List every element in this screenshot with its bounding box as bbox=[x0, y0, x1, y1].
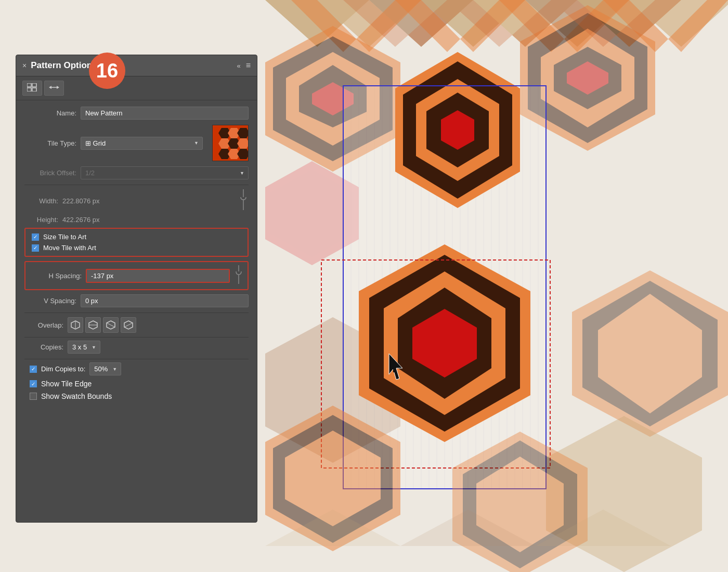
collapse-button[interactable]: « bbox=[237, 62, 240, 70]
v-spacing-row: V Spacing: bbox=[24, 294, 249, 307]
svg-rect-87 bbox=[32, 83, 36, 87]
h-spacing-section: H Spacing: bbox=[24, 261, 249, 290]
svg-marker-91 bbox=[49, 86, 51, 89]
svg-rect-86 bbox=[27, 83, 31, 87]
name-input[interactable] bbox=[81, 107, 249, 120]
copies-label: Copies: bbox=[24, 343, 63, 351]
h-spacing-input[interactable] bbox=[86, 269, 230, 283]
svg-rect-89 bbox=[32, 88, 36, 92]
tile-options-section: Size Tile to Art Move Tile with Art bbox=[24, 228, 249, 257]
dim-copies-select[interactable]: 50% 25% 75% bbox=[89, 362, 121, 375]
show-tile-edge-checkbox[interactable] bbox=[30, 380, 37, 387]
panel-header: × Pattern Options 16 « ≡ bbox=[16, 55, 257, 76]
v-spacing-input[interactable] bbox=[81, 294, 249, 307]
show-swatch-bounds-label: Show Swatch Bounds bbox=[41, 392, 112, 400]
move-tile-checkbox[interactable] bbox=[32, 244, 39, 252]
dim-copies-label: Dim Copies to: bbox=[41, 365, 85, 373]
close-button[interactable]: × bbox=[22, 61, 27, 70]
svg-line-112 bbox=[107, 323, 115, 327]
move-tile-label: Move Tile with Art bbox=[43, 244, 96, 252]
show-swatch-bounds-checkbox[interactable] bbox=[30, 393, 37, 400]
size-tile-checkbox[interactable] bbox=[32, 233, 39, 241]
svg-rect-88 bbox=[27, 88, 31, 92]
tile-preview bbox=[212, 125, 249, 161]
show-tile-edge-label: Show Tile Edge bbox=[41, 380, 92, 388]
move-tile-row: Move Tile with Art bbox=[32, 244, 241, 252]
divider-1 bbox=[24, 185, 249, 185]
dim-copies-row: Dim Copies to: 50% 25% 75% bbox=[24, 362, 249, 375]
brick-offset-row: Brick Offset: 1/2 bbox=[24, 166, 249, 179]
svg-line-114 bbox=[124, 323, 133, 327]
copies-row: Copies: 3 x 5 3 x 3 5 x 5 5 x 7 7 x 7 bbox=[24, 341, 249, 354]
overlap-row: Overlap: bbox=[24, 317, 249, 333]
panel-content: Name: Tile Type: ⊞ Grid Brick by Row Bri… bbox=[16, 100, 257, 522]
name-label: Name: bbox=[24, 109, 76, 117]
panel-toolbar bbox=[16, 76, 257, 100]
menu-button[interactable]: ≡ bbox=[246, 61, 251, 70]
overlap-label: Overlap: bbox=[24, 321, 63, 329]
width-label: Width: bbox=[24, 197, 58, 205]
tile-type-label: Tile Type: bbox=[24, 139, 76, 147]
svg-marker-92 bbox=[57, 86, 59, 89]
svg-rect-73 bbox=[393, 369, 396, 372]
h-spacing-label: H Spacing: bbox=[30, 272, 82, 280]
tile-type-select[interactable]: ⊞ Grid Brick by Row Brick by Column Hex … bbox=[81, 137, 203, 150]
dimensions-section: Width: 222.8076 px Height: 422.2676 px bbox=[24, 189, 249, 224]
show-tile-edge-row: Show Tile Edge bbox=[24, 380, 249, 388]
height-label: Height: bbox=[24, 216, 58, 224]
overlap-btn-2[interactable] bbox=[85, 317, 101, 333]
fit-icon-button[interactable] bbox=[44, 81, 64, 96]
brick-offset-select[interactable]: 1/2 bbox=[81, 166, 249, 179]
show-swatch-bounds-row: Show Swatch Bounds bbox=[24, 392, 249, 400]
badge-number: 16 bbox=[89, 53, 125, 89]
tile-type-row: Tile Type: ⊞ Grid Brick by Row Brick by … bbox=[24, 125, 249, 161]
name-row: Name: bbox=[24, 107, 249, 120]
size-tile-label: Size Tile to Art bbox=[43, 233, 86, 241]
link-icon-2 bbox=[234, 265, 243, 286]
v-spacing-label: V Spacing: bbox=[24, 297, 76, 305]
h-spacing-row: H Spacing: bbox=[30, 265, 243, 286]
overlap-btn-1[interactable] bbox=[68, 317, 83, 333]
dim-copies-checkbox[interactable] bbox=[30, 366, 37, 373]
divider-4 bbox=[24, 359, 249, 359]
overlap-btn-4[interactable] bbox=[121, 317, 136, 333]
width-value: 222.8076 px bbox=[62, 197, 100, 205]
copies-select[interactable]: 3 x 5 3 x 3 5 x 5 5 x 7 7 x 7 bbox=[68, 341, 100, 354]
divider-3 bbox=[24, 337, 249, 337]
width-row: Width: 222.8076 px bbox=[24, 189, 249, 213]
divider-2 bbox=[24, 313, 249, 313]
height-value: 422.2676 px bbox=[62, 216, 100, 224]
overlap-btn-3[interactable] bbox=[103, 317, 119, 333]
size-tile-row: Size Tile to Art bbox=[32, 233, 241, 241]
pattern-options-panel: × Pattern Options 16 « ≡ Name: bbox=[16, 55, 257, 523]
brick-offset-label: Brick Offset: bbox=[24, 169, 76, 177]
tile-icon-button[interactable] bbox=[22, 81, 42, 96]
height-row: Height: 422.2676 px bbox=[24, 216, 249, 224]
panel-title: Pattern Options bbox=[31, 60, 237, 71]
link-icon bbox=[238, 189, 249, 213]
